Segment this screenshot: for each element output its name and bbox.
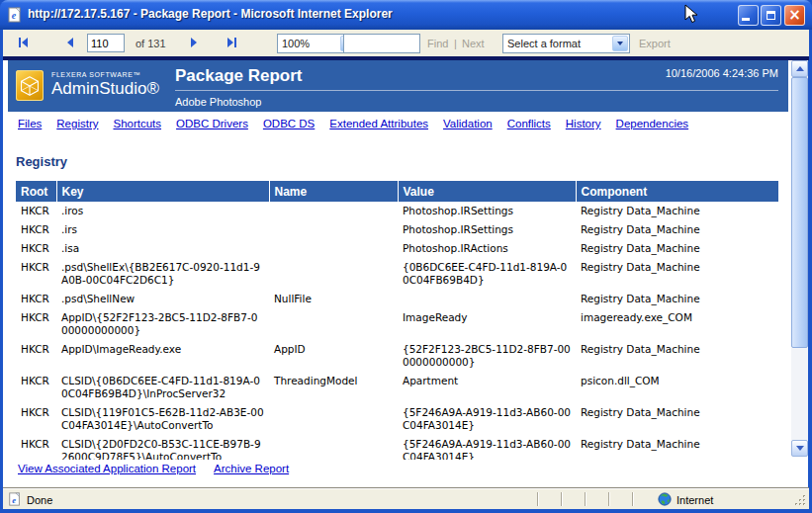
nav-link-conflicts[interactable]: Conflicts <box>507 118 551 129</box>
window-title: http://172.17.5.167 - Package Report - M… <box>28 7 393 21</box>
export-button[interactable]: Export <box>639 38 671 49</box>
close-button[interactable]: × <box>784 5 805 26</box>
cell-key: .iros <box>56 202 269 220</box>
ie-page-icon: e <box>8 492 22 506</box>
cell-value <box>398 290 576 308</box>
nav-link-files[interactable]: Files <box>18 118 42 129</box>
last-page-button[interactable] <box>224 35 241 50</box>
cell-value: Photoshop.IRSettings <box>398 220 576 239</box>
cell-key: CLSID\{119F01C5-E62B-11d2-AB3E-00C04FA30… <box>56 403 269 435</box>
adminstudio-logo <box>16 70 44 101</box>
footer-link-archive-report[interactable]: Archive Report <box>214 463 289 474</box>
nav-link-validation[interactable]: Validation <box>443 118 493 129</box>
column-header-key: Key <box>56 181 269 202</box>
brand-flexera: FLEXERA SOFTWARE™ <box>51 71 159 78</box>
status-text: Done <box>27 494 52 506</box>
nav-link-history[interactable]: History <box>566 118 601 129</box>
footer-links: View Associated Application ReportArchiv… <box>18 463 289 474</box>
export-format-select[interactable]: Select a format <box>502 34 630 53</box>
resize-grip[interactable] <box>794 494 807 507</box>
nav-link-dependencies[interactable]: Dependencies <box>616 118 689 129</box>
cell-value: Apartment <box>398 372 576 403</box>
zoom-value: 100% <box>282 38 310 49</box>
nav-link-shortcuts[interactable]: Shortcuts <box>113 118 161 129</box>
section-title: Registry <box>16 154 67 169</box>
nav-link-odbc-drivers[interactable]: ODBC Drivers <box>176 118 248 129</box>
cell-name <box>269 403 398 435</box>
ie-page-icon: e <box>7 7 23 23</box>
ie-window: { "window": { "title": "http://172.17.5.… <box>0 0 812 513</box>
status-separator <box>585 492 586 506</box>
table-row: HKCR.irosPhotoshop.IRSettingsRegistry Da… <box>16 202 778 220</box>
table-header-row: RootKeyNameValueComponent <box>16 181 778 202</box>
report-datetime: 10/16/2006 4:24:36 PM <box>666 67 778 79</box>
brand-block: FLEXERA SOFTWARE™ AdminStudio® <box>51 71 159 99</box>
table-row: HKCRCLSID\{0B6DC6EE-C4FD-11d1-819A-00C04… <box>16 372 778 403</box>
status-separator <box>537 492 538 506</box>
find-input[interactable] <box>343 34 420 53</box>
report-toolbar: of 131 100% Find | Next Select a format … <box>3 30 809 56</box>
cell-name <box>269 308 398 340</box>
cell-root: HKCR <box>16 258 56 290</box>
cube-icon <box>19 74 41 98</box>
nav-link-registry[interactable]: Registry <box>56 118 98 129</box>
chevron-down-icon <box>617 42 623 45</box>
cell-key: .psd\ShellEx\{BB2E617C-0920-11d1-9A0B-00… <box>56 258 269 290</box>
scroll-up-button[interactable] <box>791 60 808 77</box>
scroll-down-button[interactable] <box>791 440 808 457</box>
footer-link-view-associated-application-report[interactable]: View Associated Application Report <box>18 463 196 474</box>
cell-key: CLSID\{0B6DC6EE-C4FD-11d1-819A-00C04FB69… <box>56 372 269 403</box>
cell-value: {5F246A9A-A919-11d3-AB60-00C04FA3014E} <box>398 435 576 463</box>
first-page-button[interactable] <box>14 35 32 50</box>
minimize-button[interactable] <box>738 5 759 26</box>
minimize-icon <box>742 18 750 21</box>
status-separator <box>632 492 633 506</box>
page-number-input[interactable] <box>87 34 125 52</box>
package-name: Adobe Photoshop <box>175 96 261 108</box>
cell-component: Registry Data_Machine <box>576 290 778 308</box>
vertical-scrollbar[interactable] <box>791 60 808 457</box>
last-page-icon <box>226 37 238 48</box>
cell-key: .psd\ShellNew <box>56 290 269 308</box>
previous-page-icon <box>64 37 76 48</box>
arrow-down-icon <box>796 446 804 451</box>
report-header-band: FLEXERA SOFTWARE™ AdminStudio® Package R… <box>8 60 788 112</box>
cell-value: {5F246A9A-A919-11d3-AB60-00C04FA3014E} <box>398 403 576 435</box>
table-row: HKCRAppID\{52F2F123-2BC5-11D2-8FB7-00000… <box>16 308 778 340</box>
cell-root: HKCR <box>16 220 56 239</box>
cell-name: ThreadingModel <box>269 372 398 403</box>
report-page: FLEXERA SOFTWARE™ AdminStudio® Package R… <box>3 60 791 487</box>
previous-page-button[interactable] <box>61 35 79 50</box>
cell-component: Registry Data_Machine <box>576 403 778 435</box>
table-row: HKCR.psd\ShellEx\{BB2E617C-0920-11d1-9A0… <box>16 258 778 290</box>
cell-root: HKCR <box>16 308 56 340</box>
arrow-up-icon <box>796 66 804 71</box>
title-bar[interactable]: e http://172.17.5.167 - Package Report -… <box>0 0 812 30</box>
cell-root: HKCR <box>16 290 56 308</box>
cell-key: AppID\{52F2F123-2BC5-11D2-8FB7-000000000… <box>56 308 269 340</box>
security-zone-label: Internet <box>677 494 713 506</box>
scrollbar-thumb[interactable] <box>791 77 808 348</box>
cell-component: Registry Data_Machine <box>576 435 778 463</box>
table-row: HKCR.irsPhotoshop.IRSettingsRegistry Dat… <box>16 220 778 239</box>
find-button[interactable]: Find <box>427 38 448 49</box>
close-icon: × <box>788 8 801 23</box>
status-bar: e Done Internet <box>3 488 809 509</box>
cell-root: HKCR <box>16 340 56 372</box>
column-header-root: Root <box>16 181 56 202</box>
nav-link-extended-attributes[interactable]: Extended Attributes <box>329 118 428 129</box>
table-row: HKCR.isaPhotoshop.IRActionsRegistry Data… <box>16 239 778 258</box>
cell-value: Photoshop.IRActions <box>398 239 576 258</box>
table-row: HKCR.psd\ShellNewNullFileRegistry Data_M… <box>16 290 778 308</box>
brand-adminstudio: AdminStudio® <box>51 79 159 99</box>
column-header-name: Name <box>269 181 398 202</box>
cell-value: Photoshop.IRSettings <box>398 202 576 220</box>
cell-value: {0B6DC6EE-C4FD-11d1-819A-00C04FB69B4D} <box>398 258 576 290</box>
next-button[interactable]: Next <box>462 38 485 49</box>
nav-link-odbc-ds[interactable]: ODBC DS <box>263 118 315 129</box>
next-page-button[interactable] <box>185 35 203 50</box>
cell-key: .irs <box>56 220 269 239</box>
format-dropdown-button[interactable] <box>612 36 628 51</box>
maximize-button[interactable] <box>761 5 781 26</box>
cell-component: Registry Data_Machine <box>576 340 778 372</box>
